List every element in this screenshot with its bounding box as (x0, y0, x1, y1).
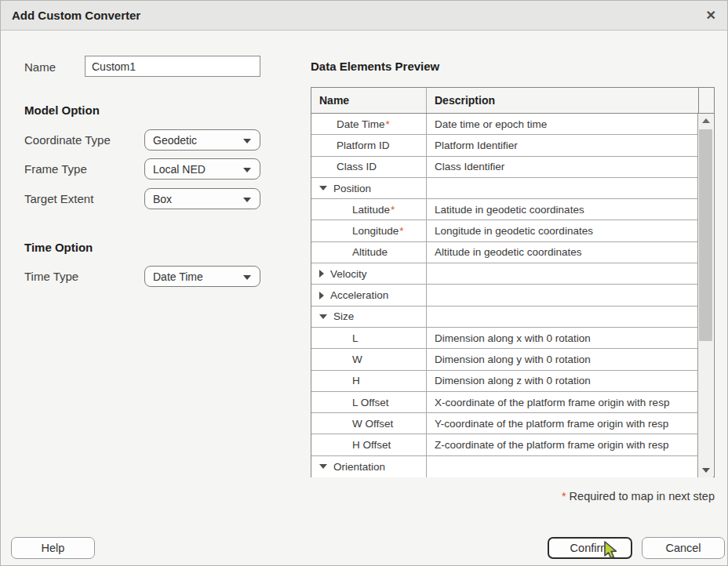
required-asterisk: * (386, 118, 390, 130)
row-name-cell[interactable]: Position (311, 178, 427, 198)
chevron-down-icon (243, 275, 251, 280)
row-name-text: Altitude (352, 246, 388, 258)
row-name-cell[interactable]: Size (311, 307, 427, 327)
table-row[interactable]: Orientation (311, 456, 697, 477)
coordinate-type-dropdown[interactable]: Geodetic (144, 129, 260, 151)
row-description-cell[interactable]: Altitude in geodetic coordinates (427, 242, 697, 263)
row-name-cell[interactable]: H (311, 371, 427, 391)
row-description-cell[interactable]: Date time or epoch time (427, 114, 697, 134)
table-row[interactable]: Velocity (311, 263, 697, 285)
table-body-rows: Date Time*Date time or epoch timePlatfor… (311, 114, 697, 477)
row-name-cell[interactable]: W (311, 349, 427, 369)
required-asterisk: * (391, 204, 395, 216)
row-description-cell[interactable] (427, 285, 697, 305)
time-type-dropdown[interactable]: Date Time (144, 266, 260, 287)
row-name-cell[interactable]: Date Time* (311, 114, 427, 134)
row-name-cell[interactable]: Platform ID (311, 135, 427, 155)
table-row[interactable]: LDimension along x with 0 rotation (311, 328, 697, 349)
collapse-icon[interactable] (319, 464, 327, 469)
triangle-down-icon (702, 468, 710, 473)
table-row[interactable]: AltitudeAltitude in geodetic coordinates (311, 242, 697, 263)
row-description-cell[interactable]: Dimension along x with 0 rotation (427, 328, 697, 348)
row-name-cell[interactable]: Orientation (311, 456, 427, 477)
column-header-description[interactable]: Description (427, 88, 698, 113)
coordinate-type-value: Geodetic (153, 134, 197, 147)
vertical-scrollbar[interactable] (697, 114, 713, 477)
model-option-heading: Model Option (24, 103, 100, 117)
row-name-cell[interactable]: Longitude* (311, 220, 427, 241)
row-name-cell[interactable]: H Offset (311, 434, 427, 455)
scrollbar-thumb[interactable] (699, 129, 712, 341)
row-description-cell[interactable]: Dimension along z with 0 rotation (427, 371, 697, 391)
table-row[interactable]: L OffsetX-coordinate of the platform fra… (311, 392, 697, 413)
collapse-icon[interactable] (319, 314, 327, 319)
row-name-cell[interactable]: L (311, 328, 427, 348)
scroll-up-button[interactable] (698, 114, 713, 128)
row-name-text: Longitude (352, 225, 399, 237)
dialog-title: Add Custom Converter (12, 9, 140, 22)
name-input[interactable] (85, 56, 260, 77)
triangle-up-icon (702, 118, 710, 123)
chevron-down-icon (243, 198, 251, 202)
table-row[interactable]: Platform IDPlatform Identifier (311, 135, 697, 156)
confirm-button[interactable]: Confirm (548, 537, 632, 559)
row-description-cell[interactable]: Platform Identifier (427, 135, 697, 155)
row-description-cell[interactable]: Dimension along y with 0 rotation (427, 349, 697, 369)
table-row[interactable]: H OffsetZ-coordinate of the platform fra… (311, 434, 697, 455)
titlebar: Add Custom Converter ✕ (1, 1, 727, 31)
row-name-cell[interactable]: Velocity (311, 263, 427, 284)
table-row[interactable]: Class IDClass Identifier (311, 157, 697, 178)
expand-icon[interactable] (319, 292, 324, 299)
row-description-cell[interactable]: Y-coordinate of the platform frame origi… (427, 413, 697, 434)
row-name-text: L Offset (352, 397, 389, 408)
time-option-heading: Time Option (24, 241, 93, 254)
row-name-text: Platform ID (337, 140, 390, 151)
row-description-cell[interactable]: Class Identifier (427, 157, 697, 177)
row-name-text: Acceleration (330, 289, 388, 301)
row-name-cell[interactable]: Altitude (311, 242, 427, 263)
row-description-cell[interactable]: Longitude in geodetic coordinates (427, 220, 697, 241)
row-description-cell[interactable] (427, 307, 697, 327)
target-extent-label: Target Extent (24, 192, 93, 205)
table-row[interactable]: Size (311, 307, 697, 328)
data-elements-table: Name Description Date Time*Date time or … (311, 87, 715, 477)
row-description-cell[interactable]: Latitude in geodetic coordinates (427, 199, 697, 220)
row-name-text: W Offset (352, 418, 393, 430)
target-extent-value: Box (153, 193, 172, 205)
row-name-text: Date Time (337, 118, 385, 130)
table-row[interactable]: W OffsetY-coordinate of the platform fra… (311, 413, 697, 434)
time-type-value: Date Time (153, 270, 203, 283)
add-custom-converter-dialog: Add Custom Converter ✕ Name Model Option… (0, 0, 728, 566)
required-note-text: Required to map in next step (566, 490, 715, 503)
row-description-cell[interactable]: Z-coordinate of the platform frame origi… (427, 434, 697, 455)
row-description-cell[interactable]: X-coordinate of the platform frame origi… (427, 392, 697, 412)
close-icon[interactable]: ✕ (703, 8, 719, 24)
expand-icon[interactable] (319, 270, 324, 278)
row-name-text: Orientation (333, 461, 385, 473)
table-row[interactable]: Position (311, 178, 697, 199)
row-description-cell[interactable] (427, 263, 697, 284)
target-extent-dropdown[interactable]: Box (144, 188, 260, 209)
row-name-text: Latitude (352, 204, 390, 216)
row-name-cell[interactable]: Acceleration (311, 285, 427, 305)
cancel-button[interactable]: Cancel (642, 537, 725, 559)
column-header-name[interactable]: Name (311, 88, 427, 113)
frame-type-dropdown[interactable]: Local NED (144, 158, 260, 180)
table-row[interactable]: WDimension along y with 0 rotation (311, 349, 697, 370)
scroll-down-button[interactable] (698, 463, 713, 477)
row-name-cell[interactable]: Class ID (311, 157, 427, 177)
table-row[interactable]: Latitude*Latitude in geodetic coordinate… (311, 199, 697, 220)
row-description-cell[interactable] (427, 178, 697, 198)
table-row[interactable]: HDimension along z with 0 rotation (311, 371, 697, 392)
table-row[interactable]: Date Time*Date time or epoch time (311, 114, 697, 135)
table-row[interactable]: Acceleration (311, 285, 697, 306)
collapse-icon[interactable] (319, 186, 327, 190)
row-name-cell[interactable]: L Offset (311, 392, 427, 412)
row-description-cell[interactable] (427, 456, 697, 477)
row-name-cell[interactable]: Latitude* (311, 199, 427, 220)
row-name-text: Class ID (337, 161, 377, 172)
row-name-cell[interactable]: W Offset (311, 413, 427, 434)
help-button[interactable]: Help (11, 537, 95, 559)
table-row[interactable]: Longitude*Longitude in geodetic coordina… (311, 220, 697, 241)
row-name-text: W (352, 354, 362, 365)
